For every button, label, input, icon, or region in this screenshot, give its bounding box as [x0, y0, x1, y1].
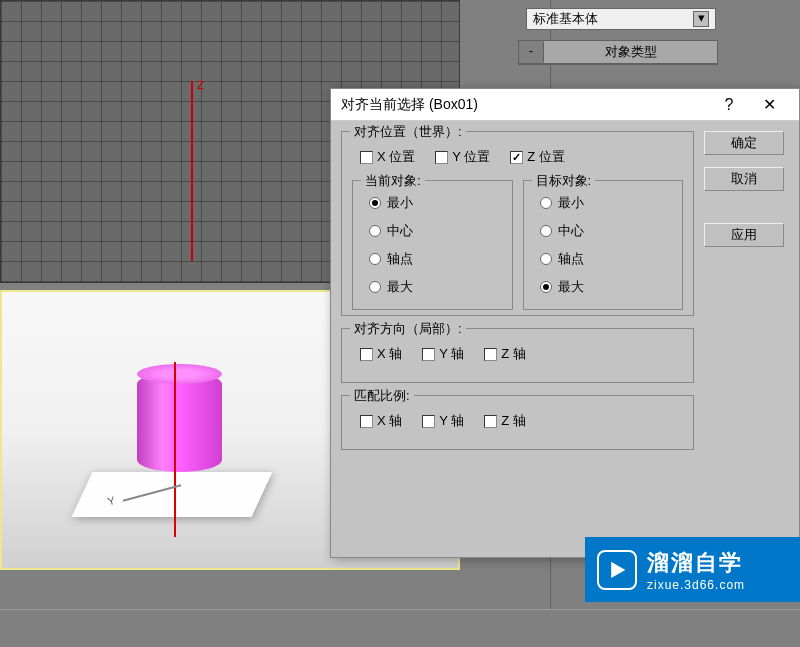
current-center-radio[interactable]: 中心	[369, 217, 504, 245]
target-object-legend: 目标对象:	[532, 172, 596, 190]
checkbox-label: Y 轴	[439, 345, 464, 363]
gizmo-z-axis	[174, 362, 176, 537]
align-orientation-legend: 对齐方向（局部）:	[350, 320, 466, 338]
align-selection-dialog: 对齐当前选择 (Box01) ? ✕ 对齐位置（世界）: X 位置 Y 位置	[330, 88, 800, 558]
target-pivot-radio[interactable]: 轴点	[540, 245, 675, 273]
help-button[interactable]: ?	[709, 96, 749, 114]
checkbox-icon	[484, 348, 497, 361]
orient-x-checkbox[interactable]: X 轴	[360, 345, 402, 363]
radio-icon	[540, 225, 552, 237]
close-button[interactable]: ✕	[749, 95, 789, 114]
dropdown-value: 标准基本体	[533, 10, 598, 28]
z-axis-indicator	[191, 81, 193, 261]
radio-icon	[369, 281, 381, 293]
scale-z-checkbox[interactable]: Z 轴	[484, 412, 526, 430]
checkbox-icon	[360, 348, 373, 361]
checkbox-icon	[435, 151, 448, 164]
radio-icon	[369, 225, 381, 237]
checkbox-label: Y 轴	[439, 412, 464, 430]
apply-button[interactable]: 应用	[704, 223, 784, 247]
z-position-checkbox[interactable]: Z 位置	[510, 148, 565, 166]
radio-label: 最小	[558, 194, 584, 212]
align-orientation-group: 对齐方向（局部）: X 轴 Y 轴 Z 轴	[341, 328, 694, 383]
dialog-title: 对齐当前选择 (Box01)	[341, 96, 709, 114]
radio-label: 轴点	[558, 250, 584, 268]
radio-icon	[369, 197, 381, 209]
radio-icon	[540, 281, 552, 293]
radio-label: 最大	[387, 278, 413, 296]
checkbox-label: X 轴	[377, 412, 402, 430]
checkbox-icon	[422, 415, 435, 428]
checkbox-icon	[484, 415, 497, 428]
orient-y-checkbox[interactable]: Y 轴	[422, 345, 464, 363]
current-max-radio[interactable]: 最大	[369, 273, 504, 301]
rollout-title: 对象类型	[544, 41, 717, 63]
radio-label: 最小	[387, 194, 413, 212]
current-object-legend: 当前对象:	[361, 172, 425, 190]
rollout-collapse-button[interactable]: -	[519, 42, 544, 62]
checkbox-icon	[422, 348, 435, 361]
checkbox-icon	[510, 151, 523, 164]
align-position-legend: 对齐位置（世界）:	[350, 123, 466, 141]
scale-x-checkbox[interactable]: X 轴	[360, 412, 402, 430]
match-scale-legend: 匹配比例:	[350, 387, 414, 405]
radio-icon	[369, 253, 381, 265]
radio-label: 轴点	[387, 250, 413, 268]
checkbox-label: Z 位置	[527, 148, 565, 166]
ok-button[interactable]: 确定	[704, 131, 784, 155]
checkbox-label: Z 轴	[501, 345, 526, 363]
checkbox-label: Y 位置	[452, 148, 490, 166]
svg-marker-0	[612, 563, 624, 576]
cancel-button[interactable]: 取消	[704, 167, 784, 191]
current-pivot-radio[interactable]: 轴点	[369, 245, 504, 273]
watermark-url: zixue.3d66.com	[647, 578, 745, 592]
watermark-brand: 溜溜自学	[647, 548, 745, 578]
target-min-radio[interactable]: 最小	[540, 189, 675, 217]
radio-icon	[540, 253, 552, 265]
target-max-radio[interactable]: 最大	[540, 273, 675, 301]
y-position-checkbox[interactable]: Y 位置	[435, 148, 490, 166]
radio-icon	[540, 197, 552, 209]
geometry-category-dropdown[interactable]: 标准基本体 ▾	[526, 8, 716, 30]
checkbox-icon	[360, 415, 373, 428]
cylinder-object[interactable]	[137, 372, 222, 472]
match-scale-group: 匹配比例: X 轴 Y 轴 Z 轴	[341, 395, 694, 450]
target-center-radio[interactable]: 中心	[540, 217, 675, 245]
orient-z-checkbox[interactable]: Z 轴	[484, 345, 526, 363]
align-position-group: 对齐位置（世界）: X 位置 Y 位置 Z 位置	[341, 131, 694, 316]
checkbox-label: X 位置	[377, 148, 415, 166]
status-bar	[0, 609, 800, 647]
dropdown-arrow-icon: ▾	[693, 11, 709, 27]
checkbox-label: Z 轴	[501, 412, 526, 430]
checkbox-label: X 轴	[377, 345, 402, 363]
scale-y-checkbox[interactable]: Y 轴	[422, 412, 464, 430]
checkbox-icon	[360, 151, 373, 164]
watermark-badge: 溜溜自学 zixue.3d66.com	[585, 537, 800, 602]
target-object-group: 目标对象: 最小 中心 轴点	[523, 180, 684, 310]
current-object-group: 当前对象: 最小 中心 轴点	[352, 180, 513, 310]
radio-label: 最大	[558, 278, 584, 296]
box-object[interactable]	[72, 472, 273, 517]
dialog-titlebar[interactable]: 对齐当前选择 (Box01) ? ✕	[331, 89, 799, 121]
radio-label: 中心	[558, 222, 584, 240]
x-position-checkbox[interactable]: X 位置	[360, 148, 415, 166]
object-type-rollout: - 对象类型	[518, 40, 718, 65]
play-icon	[597, 550, 637, 590]
current-min-radio[interactable]: 最小	[369, 189, 504, 217]
radio-label: 中心	[387, 222, 413, 240]
